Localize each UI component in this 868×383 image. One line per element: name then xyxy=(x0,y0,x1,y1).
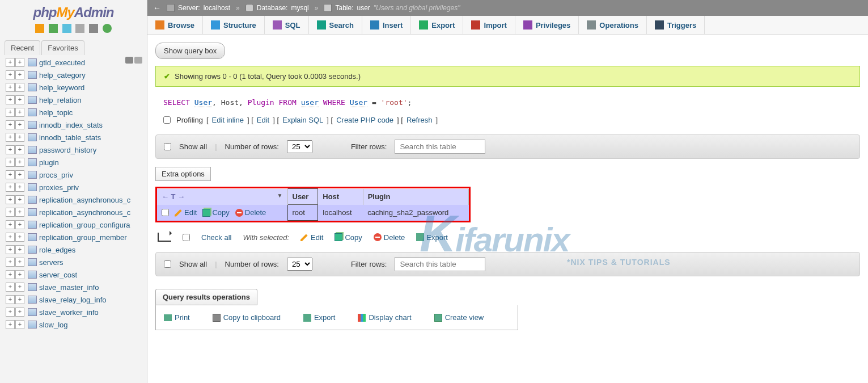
expand-icon[interactable]: + xyxy=(6,83,15,92)
tree-item[interactable]: ++help_keyword xyxy=(6,81,147,94)
tree-item-label[interactable]: help_relation xyxy=(39,96,81,104)
expand-icon[interactable]: + xyxy=(15,220,24,229)
print-link[interactable]: Print xyxy=(164,313,190,322)
tree-item-label[interactable]: replication_group_member xyxy=(39,233,127,242)
expand-icon[interactable]: + xyxy=(15,195,24,204)
tree-item[interactable]: ++servers xyxy=(6,256,147,268)
nav-tree[interactable]: ++gtid_executed++help_category++help_key… xyxy=(0,55,147,383)
show-all-checkbox-2[interactable] xyxy=(164,260,171,268)
row-copy[interactable]: Copy xyxy=(202,208,229,217)
tree-item[interactable]: ++slave_master_info xyxy=(6,281,147,293)
exit-icon[interactable] xyxy=(49,24,58,33)
expand-icon[interactable]: + xyxy=(15,158,24,167)
tree-item[interactable]: ++replication_group_configura xyxy=(6,218,147,231)
bulk-copy[interactable]: Copy xyxy=(335,233,362,242)
tree-item-label[interactable]: slow_log xyxy=(39,321,68,329)
tree-item[interactable]: ++role_edges xyxy=(6,243,147,256)
expand-icon[interactable]: + xyxy=(6,170,15,179)
reload-icon[interactable] xyxy=(103,24,112,33)
expand-icon[interactable]: + xyxy=(6,145,15,154)
view-link[interactable]: Create view xyxy=(434,313,484,322)
tree-item[interactable]: ++server_cost xyxy=(6,268,147,281)
chart-link[interactable]: Display chart xyxy=(358,313,411,322)
expand-icon[interactable]: + xyxy=(6,208,15,217)
bulk-export[interactable]: Export xyxy=(416,233,448,242)
tree-item-label[interactable]: proxies_priv xyxy=(39,183,79,192)
menu-triggers[interactable]: Triggers xyxy=(647,16,705,34)
expand-icon[interactable]: + xyxy=(15,308,24,317)
breadcrumb-table[interactable]: user xyxy=(357,4,370,12)
back-icon[interactable]: ← xyxy=(153,3,161,12)
expand-icon[interactable]: + xyxy=(15,133,24,142)
bulk-delete[interactable]: Delete xyxy=(374,233,405,242)
tree-item-label[interactable]: replication_asynchronous_c xyxy=(39,196,130,204)
tree-item[interactable]: ++slow_log xyxy=(6,318,147,331)
tree-item-label[interactable]: servers xyxy=(39,258,63,267)
tree-item-label[interactable]: slave_master_info xyxy=(39,283,99,292)
extra-options-button[interactable]: Extra options xyxy=(155,167,211,181)
expand-icon[interactable]: + xyxy=(15,70,24,79)
tree-item[interactable]: ++slave_relay_log_info xyxy=(6,293,147,306)
sql-icon[interactable] xyxy=(75,24,84,33)
expand-icon[interactable]: + xyxy=(6,108,15,117)
tree-item-label[interactable]: password_history xyxy=(39,146,96,154)
expand-icon[interactable]: + xyxy=(6,133,15,142)
expand-icon[interactable]: + xyxy=(15,295,24,304)
expand-icon[interactable]: + xyxy=(15,283,24,292)
tab-recent[interactable]: Recent xyxy=(5,40,40,55)
link-icon[interactable] xyxy=(134,57,142,64)
tree-item[interactable]: ++proxies_priv xyxy=(6,181,147,193)
expand-icon[interactable]: + xyxy=(6,95,15,104)
bulk-edit[interactable]: Edit xyxy=(300,233,323,242)
tree-item[interactable]: ++replication_group_member xyxy=(6,231,147,243)
menu-browse[interactable]: Browse xyxy=(147,16,203,34)
expand-icon[interactable]: + xyxy=(6,70,15,79)
expand-icon[interactable]: + xyxy=(6,220,15,229)
col-user[interactable]: User xyxy=(287,189,318,205)
tree-item-label[interactable]: slave_worker_info xyxy=(39,308,99,317)
expand-icon[interactable]: + xyxy=(15,95,24,104)
rows-select-2[interactable]: 25 xyxy=(287,258,312,271)
expand-icon[interactable]: + xyxy=(6,58,15,67)
expand-icon[interactable]: + xyxy=(15,245,24,254)
tree-item-label[interactable]: replication_asynchronous_c xyxy=(39,208,130,217)
menu-privileges[interactable]: Privileges xyxy=(515,16,579,34)
tree-item-label[interactable]: gtid_executed xyxy=(39,58,85,67)
expand-icon[interactable]: + xyxy=(15,108,24,117)
tree-item-label[interactable]: innodb_table_stats xyxy=(39,133,101,142)
expand-icon[interactable]: + xyxy=(15,58,24,67)
tree-item[interactable]: ++help_topic xyxy=(6,106,147,119)
show-query-button[interactable]: Show query box xyxy=(155,43,225,59)
tree-item-label[interactable]: innodb_index_stats xyxy=(39,121,103,129)
row-checkbox[interactable] xyxy=(162,209,169,216)
expand-icon[interactable]: + xyxy=(15,83,24,92)
gear-icon[interactable] xyxy=(89,24,98,33)
col-host[interactable]: Host xyxy=(318,189,363,205)
tree-item[interactable]: ++slave_worker_info xyxy=(6,306,147,318)
menu-operations[interactable]: Operations xyxy=(579,16,647,34)
expand-icon[interactable]: + xyxy=(15,233,24,242)
tree-item-label[interactable]: help_topic xyxy=(39,108,73,117)
show-all-checkbox[interactable] xyxy=(164,143,171,150)
tree-item[interactable]: ++password_history xyxy=(6,144,147,156)
explain-link[interactable]: Explain SQL xyxy=(282,116,323,124)
expand-icon[interactable]: + xyxy=(15,320,24,329)
expand-icon[interactable]: + xyxy=(15,145,24,154)
expand-icon[interactable]: + xyxy=(6,245,15,254)
copy-clipboard-link[interactable]: Copy to clipboard xyxy=(213,313,281,322)
expand-icon[interactable]: + xyxy=(15,208,24,217)
menu-export[interactable]: Export xyxy=(411,16,463,34)
col-plugin[interactable]: Plugin xyxy=(363,189,468,205)
row-edit[interactable]: Edit xyxy=(175,208,197,217)
edit-link[interactable]: Edit xyxy=(257,116,269,124)
tree-item-label[interactable]: plugin xyxy=(39,158,59,167)
expand-icon[interactable]: + xyxy=(6,270,15,279)
rows-select[interactable]: 25 xyxy=(287,140,312,153)
breadcrumb-server[interactable]: localhost xyxy=(204,4,230,12)
menu-structure[interactable]: Structure xyxy=(203,16,265,34)
check-all-link[interactable]: Check all xyxy=(201,233,231,242)
tree-item[interactable]: ++help_category xyxy=(6,69,147,81)
edit-inline-link[interactable]: Edit inline xyxy=(212,116,244,124)
expand-icon[interactable]: + xyxy=(6,320,15,329)
expand-icon[interactable]: + xyxy=(6,283,15,292)
